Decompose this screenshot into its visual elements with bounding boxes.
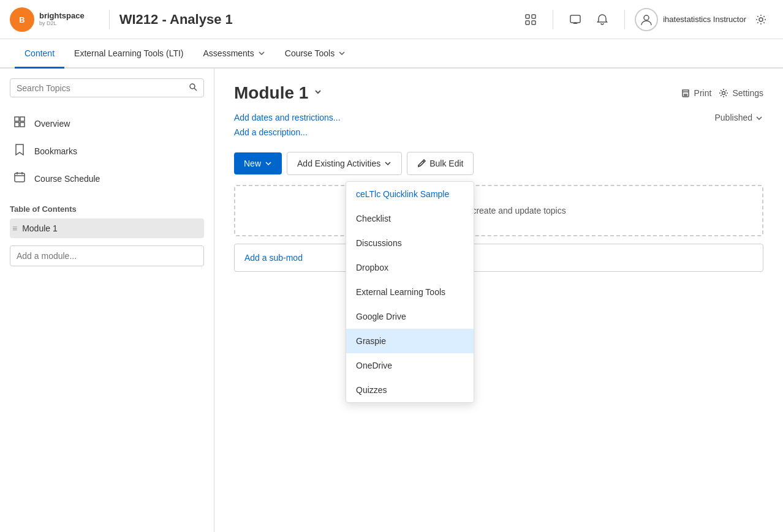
svg-rect-11 (15, 117, 19, 121)
dashed-drop-area: es here to create and update topics (234, 185, 763, 236)
add-existing-dropdown: ceLTlc Quicklink Sample Checklist Discus… (346, 181, 474, 403)
search-box[interactable] (10, 78, 204, 97)
nav-item-assessments[interactable]: Assessments (194, 39, 275, 69)
bulk-edit-label: Bulk Edit (429, 159, 463, 168)
nav-item-lti[interactable]: External Learning Tools (LTI) (64, 39, 193, 69)
add-sub-module-input[interactable]: Add a sub-mod (234, 244, 763, 272)
page-title: WI212 - Analyse 1 (119, 12, 518, 28)
add-existing-label: Add Existing Activities (297, 159, 380, 168)
svg-rect-13 (15, 122, 19, 127)
add-module-input[interactable] (10, 245, 204, 266)
new-button[interactable]: New (234, 152, 282, 174)
module-title: Module 1 (234, 83, 323, 103)
logo-text: brightspace by D2L (39, 12, 85, 26)
secondary-nav: Content External Learning Tools (LTI) As… (0, 39, 783, 69)
search-input[interactable] (17, 83, 189, 93)
overview-icon (12, 116, 27, 131)
dropdown-item-celtlc[interactable]: ceLTlc Quicklink Sample (346, 182, 474, 206)
sidebar-item-overview[interactable]: Overview (10, 110, 204, 137)
bookmark-icon (12, 143, 27, 159)
svg-text:B: B (19, 15, 25, 24)
sidebar-item-bookmarks[interactable]: Bookmarks (10, 137, 204, 165)
icon-divider-2 (624, 10, 625, 29)
dropdown-item-quizzes[interactable]: Quizzes (346, 378, 474, 402)
svg-line-23 (423, 161, 424, 162)
new-label: New (244, 159, 261, 168)
svg-rect-15 (15, 173, 25, 182)
module-title-text: Module 1 (234, 83, 308, 103)
module-1-item[interactable]: ≡ Module 1 (10, 219, 204, 238)
dropdown-item-checklist[interactable]: Checklist (346, 206, 474, 231)
main-layout: Overview Bookmarks Course Schedule Ta (0, 69, 783, 532)
nav-item-content[interactable]: Content (15, 39, 64, 69)
top-bar: B brightspace by D2L WI212 - Analyse 1 (0, 0, 783, 39)
bulk-edit-button[interactable]: Bulk Edit (407, 152, 474, 175)
svg-point-22 (722, 92, 725, 95)
published-label: Published (715, 113, 753, 122)
settings-gear-icon[interactable] (749, 7, 773, 32)
calendar-icon (12, 171, 27, 186)
svg-line-10 (194, 88, 197, 91)
dropdown-item-discussions[interactable]: Discussions (346, 231, 474, 255)
module-1-label: Module 1 (22, 223, 58, 233)
module-title-chevron[interactable] (313, 87, 323, 100)
content-area: Module 1 Print (214, 69, 783, 532)
svg-rect-4 (526, 21, 529, 24)
search-icon (189, 83, 197, 93)
add-sub-module-label: Add a sub-mod (244, 253, 303, 263)
svg-rect-6 (570, 15, 580, 23)
add-dates-link[interactable]: Add dates and restrictions... (234, 113, 341, 122)
bookmarks-label: Bookmarks (34, 146, 77, 156)
svg-rect-5 (532, 21, 535, 24)
published-badge[interactable]: Published (715, 113, 764, 122)
settings-label: Settings (732, 88, 763, 98)
user-menu[interactable]: ihatestatistics Instructor (635, 8, 746, 31)
title-divider (109, 10, 110, 29)
dropdown-item-graspie[interactable]: Graspie (346, 329, 474, 353)
avatar (635, 8, 658, 31)
grid-icon[interactable] (518, 7, 543, 32)
content-header: Module 1 Print (234, 83, 763, 103)
settings-button[interactable]: Settings (719, 88, 763, 98)
drag-handle-icon: ≡ (12, 223, 17, 233)
logo[interactable]: B brightspace by D2L (10, 7, 85, 32)
icon-divider-1 (553, 10, 553, 29)
sidebar-item-schedule[interactable]: Course Schedule (10, 165, 204, 192)
overview-label: Overview (34, 119, 70, 129)
top-bar-icons: ihatestatistics Instructor (518, 7, 773, 32)
svg-rect-14 (20, 122, 25, 127)
add-existing-button[interactable]: Add Existing Activities (287, 152, 402, 175)
sidebar: Overview Bookmarks Course Schedule Ta (0, 69, 214, 532)
bell-icon[interactable] (590, 7, 615, 32)
dropdown-item-google-drive[interactable]: Google Drive (346, 304, 474, 329)
print-label: Print (694, 88, 712, 98)
nav-item-course-tools[interactable]: Course Tools (275, 39, 355, 69)
svg-rect-2 (526, 15, 529, 18)
toc-title: Table of Contents (10, 204, 204, 214)
dropdown-item-onedrive[interactable]: OneDrive (346, 353, 474, 378)
svg-point-9 (190, 84, 195, 89)
user-name: ihatestatistics Instructor (663, 15, 746, 24)
svg-point-8 (759, 18, 763, 21)
svg-rect-12 (20, 117, 25, 121)
print-button[interactable]: Print (681, 88, 712, 98)
svg-rect-3 (532, 15, 535, 18)
chat-icon[interactable] (563, 7, 588, 32)
dropdown-item-dropbox[interactable]: Dropbox (346, 255, 474, 280)
schedule-label: Course Schedule (34, 174, 100, 184)
dropdown-item-external-tools[interactable]: External Learning Tools (346, 280, 474, 304)
header-actions: Print Settings (681, 88, 763, 98)
svg-point-7 (644, 15, 649, 20)
toolbar: New Add Existing Activities Bulk Edit (234, 152, 763, 175)
logo-icon: B (10, 7, 34, 32)
add-description-link[interactable]: Add a description... (234, 127, 341, 137)
